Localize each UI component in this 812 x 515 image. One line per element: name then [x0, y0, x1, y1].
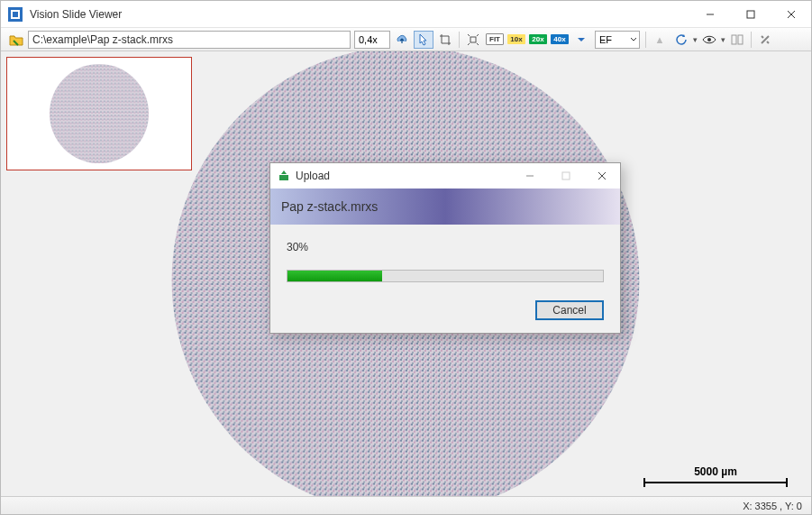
svg-rect-24	[279, 175, 288, 180]
app-icon	[8, 7, 23, 22]
dialog-minimize-button[interactable]	[512, 163, 548, 189]
mode-label: EF	[599, 34, 612, 45]
zoom-fit-button[interactable]: FIT	[485, 31, 505, 49]
window-title: Vision Slide Viewer	[30, 8, 689, 21]
mag10-badge: 10x	[507, 34, 525, 44]
cancel-button[interactable]: Cancel	[535, 300, 604, 320]
cursor-coordinates: X: 3355 , Y: 0	[743, 501, 802, 511]
dialog-titlebar: Upload	[270, 163, 620, 189]
panels-button[interactable]	[727, 31, 747, 49]
settings-button[interactable]	[755, 31, 775, 49]
dialog-close-button[interactable]	[584, 163, 620, 189]
zoom-20x-button[interactable]: 20x	[528, 31, 548, 49]
window-maximize-button[interactable]	[730, 1, 771, 28]
open-file-button[interactable]	[6, 31, 26, 49]
upload-progress-bar	[287, 270, 604, 282]
svg-rect-2	[13, 12, 18, 17]
scale-bar-label: 5000 µm	[694, 465, 737, 478]
thumbnail-overview[interactable]	[6, 57, 192, 170]
dialog-banner: Pap z-stack.mrxs	[270, 189, 620, 225]
upload-progress-fill	[287, 271, 382, 281]
dialog-filename: Pap z-stack.mrxs	[281, 199, 378, 214]
layer-up-button[interactable]: ▲	[650, 31, 670, 49]
upload-cloud-button[interactable]	[392, 31, 412, 49]
scale-bar-line	[643, 482, 788, 483]
view-eye-button[interactable]	[699, 31, 719, 49]
window-close-button[interactable]	[771, 1, 811, 28]
fit-badge: FIT	[486, 33, 504, 45]
zoom-dropdown-button[interactable]	[571, 31, 591, 49]
mode-select[interactable]: EF	[595, 31, 640, 49]
svg-rect-7	[470, 37, 476, 42]
file-path-input[interactable]	[28, 31, 351, 49]
zoom-level-select[interactable]: 0,4x	[354, 31, 390, 49]
dialog-maximize-button[interactable]	[548, 163, 584, 189]
chevron-down-icon	[630, 36, 637, 43]
zoom-10x-button[interactable]: 10x	[506, 31, 526, 49]
scale-bar: 5000 µm	[643, 465, 788, 483]
main-toolbar: 0,4x FIT 10x 20x 40x EF ▲ ▾ ▾	[1, 28, 811, 51]
toolbar-separator	[751, 32, 752, 48]
svg-point-23	[50, 64, 149, 163]
crop-tool-button[interactable]	[435, 31, 455, 49]
mag40-badge: 40x	[551, 34, 569, 44]
window-minimize-button[interactable]	[689, 1, 730, 28]
upload-percent-label: 30%	[287, 241, 604, 253]
zoom-40x-button[interactable]: 40x	[550, 31, 570, 49]
cancel-button-label: Cancel	[552, 304, 586, 317]
pointer-tool-button[interactable]	[414, 31, 433, 49]
mag20-badge: 20x	[529, 34, 547, 44]
upload-dialog: Upload Pap z-stack.mrxs 30% Cancel	[269, 162, 621, 334]
zoom-fit-icon[interactable]	[463, 31, 483, 49]
window-titlebar: Vision Slide Viewer	[1, 1, 811, 28]
svg-rect-26	[562, 172, 570, 179]
svg-rect-10	[738, 35, 743, 44]
svg-rect-4	[747, 11, 754, 18]
rotate-button[interactable]	[671, 31, 691, 49]
toolbar-separator	[645, 32, 646, 48]
zoom-level-label: 0,4x	[359, 34, 378, 45]
status-bar: X: 3355 , Y: 0	[1, 496, 811, 514]
upload-icon	[278, 170, 290, 182]
svg-rect-9	[732, 35, 736, 44]
svg-point-8	[707, 38, 711, 41]
toolbar-separator	[459, 32, 460, 48]
dialog-title: Upload	[296, 170, 512, 182]
